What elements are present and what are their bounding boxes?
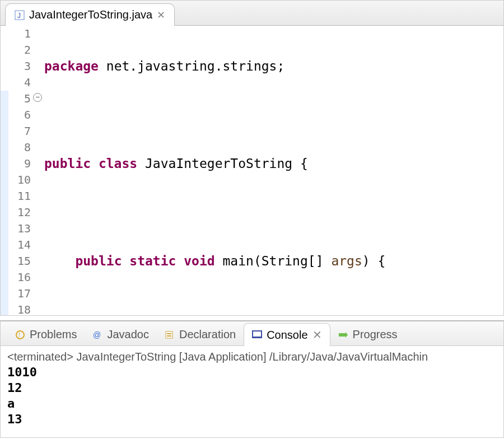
console-line: 12 <box>7 380 497 396</box>
console-line: 1010 <box>7 365 497 380</box>
line-number: 5 <box>8 91 31 107</box>
tab-problems[interactable]: ! Problems <box>7 324 85 345</box>
editor-tab[interactable]: J JavaIntegerToString.java ✕ <box>5 3 175 26</box>
console-icon <box>252 330 262 340</box>
line-number: 2 <box>8 42 31 58</box>
line-number: 15 <box>8 253 31 269</box>
svg-text:@: @ <box>93 330 101 339</box>
code-area[interactable]: package net.javastring.strings; public c… <box>34 26 503 315</box>
code-line: public class JavaIntegerToString { <box>44 156 503 172</box>
line-number: 12 <box>8 204 31 221</box>
bottom-panel: ! Problems @ Javadoc Declaration Console… <box>0 320 504 438</box>
editor-tab-label: JavaIntegerToString.java <box>29 8 152 21</box>
console-line: a <box>7 396 497 412</box>
line-number: 13 <box>8 221 31 237</box>
folding-margin <box>1 26 8 315</box>
line-number: 18 <box>8 302 31 315</box>
line-number: 6 <box>8 107 31 123</box>
problems-icon: ! <box>15 330 25 340</box>
code-line <box>44 107 503 123</box>
tab-declaration[interactable]: Declaration <box>157 324 244 345</box>
tab-javadoc[interactable]: @ Javadoc <box>85 324 157 345</box>
code-line: package net.javastring.strings; <box>44 58 503 74</box>
javadoc-icon: @ <box>92 330 102 340</box>
tab-label: Progress <box>353 328 398 341</box>
code-line <box>44 302 503 315</box>
line-number: 3 <box>8 58 31 74</box>
tab-label: Problems <box>30 328 77 341</box>
svg-rect-10 <box>339 333 346 337</box>
svg-text:J: J <box>17 12 21 20</box>
java-file-icon: J <box>15 10 25 20</box>
svg-rect-7 <box>167 335 171 337</box>
line-number: 8 <box>8 139 31 156</box>
line-number: 10 <box>8 172 31 188</box>
line-number: 16 <box>8 269 31 286</box>
line-number: 14 <box>8 237 31 253</box>
svg-rect-5 <box>166 331 172 338</box>
line-number: 4 <box>8 74 31 91</box>
console-output[interactable]: 1010 12 a 13 <box>1 365 503 432</box>
svg-rect-6 <box>167 333 171 334</box>
console-status: <terminated> JavaIntegerToString [Java A… <box>1 346 503 365</box>
svg-rect-9 <box>253 337 262 338</box>
close-tab-icon[interactable]: ✕ <box>157 9 165 21</box>
console-line: 13 <box>7 412 497 427</box>
line-number: 7 <box>8 123 31 139</box>
tab-label: Declaration <box>179 328 236 341</box>
close-view-icon[interactable]: ✕ <box>312 328 322 342</box>
line-number: 1 <box>8 26 31 42</box>
editor-panel: J JavaIntegerToString.java ✕ 1 2 3 4 5 6… <box>0 0 504 316</box>
tab-progress[interactable]: Progress <box>330 324 405 345</box>
tab-console[interactable]: Console ✕ <box>244 323 330 346</box>
svg-text:!: ! <box>18 331 20 338</box>
editor-tab-bar: J JavaIntegerToString.java ✕ <box>1 1 503 26</box>
code-line <box>44 204 503 221</box>
tab-label: Console <box>267 329 307 342</box>
line-number: 9 <box>8 156 31 172</box>
tab-label: Javadoc <box>107 328 149 341</box>
line-number: 11 <box>8 188 31 204</box>
code-line: public static void main(String[] args) { <box>44 253 503 269</box>
view-tab-bar: ! Problems @ Javadoc Declaration Console… <box>1 321 503 346</box>
progress-icon <box>338 330 348 340</box>
editor-body[interactable]: 1 2 3 4 5 6 7 8 9 10 11 12 13 14 15 16 1… <box>1 26 503 315</box>
line-number: 17 <box>8 286 31 302</box>
line-gutter: 1 2 3 4 5 6 7 8 9 10 11 12 13 14 15 16 1… <box>8 26 34 315</box>
declaration-icon <box>165 330 175 340</box>
